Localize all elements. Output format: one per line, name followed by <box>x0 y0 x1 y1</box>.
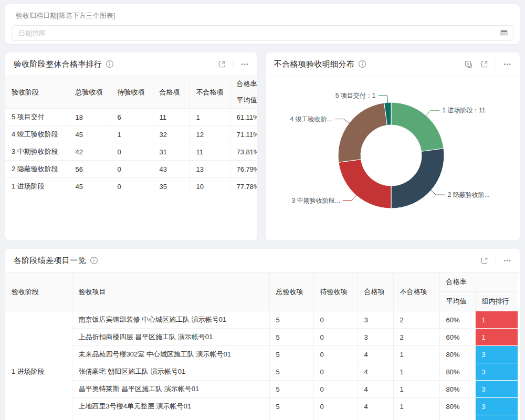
cell-pending: 0 <box>313 346 358 363</box>
cell-pass: 4 <box>358 381 393 398</box>
divider <box>496 257 496 264</box>
cell-rate-avg: 71.11% <box>230 126 257 143</box>
cell-fail: 10 <box>190 178 230 195</box>
cell-total: 56 <box>69 161 111 178</box>
cell-fail: 11 <box>190 143 230 161</box>
cell-project: 未来品苑四号楼302室 中心城区施工队 演示帐号01 <box>72 346 269 363</box>
ranking-table-wrap: 验收阶段 总验收项 待验收项 合格项 不合格项 合格率 平均值 5 项目交付18… <box>5 76 257 240</box>
table-row: 上地佳园五号楼五单元1109 张先生 演示帐号01504180%3 <box>5 415 518 420</box>
cell-pass: 4 <box>358 363 393 381</box>
date-range-field <box>12 25 513 41</box>
cell-pending: 0 <box>111 161 153 178</box>
cell-total: 5 <box>269 311 313 329</box>
table-row: 5 项目交付18611161.11% <box>5 109 257 126</box>
cell-stage: 4 竣工验收阶段 <box>5 126 69 143</box>
cell-total: 45 <box>69 178 111 195</box>
donut-slice[interactable] <box>339 160 391 208</box>
donut-label-line <box>379 96 388 103</box>
cell-fail: 2 <box>393 311 439 329</box>
more-icon[interactable] <box>240 60 249 68</box>
cell-pending: 0 <box>111 178 153 195</box>
ranking-table: 验收阶段 总验收项 待验收项 合格项 不合格项 合格率 平均值 5 项目交付18… <box>5 76 257 195</box>
cell-pending: 0 <box>313 363 358 381</box>
donut-slice[interactable] <box>391 102 444 151</box>
cell-fail: 1 <box>393 398 439 415</box>
col-header: 合格项 <box>153 76 190 109</box>
table-row: 4 竣工验收阶段451321271.11% <box>5 126 257 143</box>
calendar-icon[interactable] <box>500 29 508 37</box>
date-range-input[interactable] <box>12 25 513 41</box>
table-row: 昌平奥特莱斯 昌平区施工队 演示帐号01504180%3 <box>5 381 518 398</box>
col-subheader: 平均值 <box>439 292 475 311</box>
fail-distribution-card: 不合格项验收明细分布 <box>266 52 520 240</box>
rank-badge: 1 <box>475 311 518 329</box>
more-icon[interactable] <box>503 60 511 68</box>
cell-stage: 5 项目交付 <box>5 109 69 126</box>
cell-rate-avg: 80% <box>439 346 475 363</box>
donut-label-line <box>335 119 350 124</box>
cell-pass: 3 <box>358 311 393 329</box>
cell-pass: 4 <box>358 346 393 363</box>
table-row: 上地西里3号楼4单元整层 演示帐号01504180%3 <box>5 398 518 415</box>
cell-rate-avg: 80% <box>439 415 475 420</box>
cell-pending: 0 <box>313 398 358 415</box>
cell-rate-avg: 77.78% <box>230 178 257 195</box>
cell-fail: 2 <box>393 329 439 346</box>
expand-icon[interactable] <box>480 60 489 69</box>
filter-title: 验收归档日期[筛选下方三个图表] <box>12 9 513 25</box>
export-data-icon[interactable] <box>464 60 473 69</box>
cell-total: 5 <box>269 329 313 346</box>
cell-total: 5 <box>269 381 313 398</box>
info-circle-icon[interactable] <box>358 60 366 68</box>
cell-stage: 1 进场阶段 <box>5 178 69 195</box>
cell-pass: 43 <box>153 161 190 178</box>
table-row: 1 进场阶段南京饭店宾馆部装修 中心城区施工队 演示帐号01503260%1 <box>5 311 518 329</box>
cell-pass: 3 <box>358 329 393 346</box>
cell-project: 张倩豪宅 朝阳区施工队 演示帐号01 <box>72 363 269 381</box>
cell-pass: 35 <box>153 178 190 195</box>
col-subheader: 平均值 <box>230 92 257 109</box>
more-icon[interactable] <box>503 256 511 265</box>
cell-fail: 13 <box>190 161 230 178</box>
cell-project: 上地西里3号楼4单元整层 演示帐号01 <box>72 398 269 415</box>
cell-fail: 1 <box>393 415 439 420</box>
cell-rate-avg: 80% <box>439 363 475 381</box>
card-title: 各阶段绩差项目一览 <box>14 256 86 266</box>
cell-stage: 3 中期验收阶段 <box>5 143 69 161</box>
col-header: 合格项 <box>358 272 393 311</box>
cell-pending: 0 <box>313 381 358 398</box>
worst-projects-card: 各阶段绩差项目一览 <box>5 249 520 420</box>
cell-total: 45 <box>69 126 111 143</box>
cell-pending: 0 <box>111 143 153 161</box>
cell-pending: 0 <box>313 415 358 420</box>
col-header: 待验收项 <box>111 76 153 109</box>
donut-label: 5 项目交付：1 <box>335 92 376 99</box>
rank-badge: 3 <box>475 415 518 420</box>
cell-total: 5 <box>269 415 313 420</box>
col-header: 验收项目 <box>72 272 269 311</box>
expand-icon[interactable] <box>480 256 489 265</box>
donut-slice[interactable] <box>391 149 444 208</box>
info-circle-icon[interactable] <box>90 256 98 265</box>
cell-pass: 11 <box>153 109 190 126</box>
rank-badge: 1 <box>475 329 518 346</box>
cell-pending: 6 <box>111 109 153 126</box>
cell-total: 5 <box>269 398 313 415</box>
donut-label: 4 竣工验收阶... <box>290 116 332 123</box>
col-header: 验收阶段 <box>5 272 72 311</box>
donut-chart: 1 进场阶段：112 隐蔽验收阶...3 中期验收阶段...4 竣工验收阶...… <box>266 76 520 240</box>
info-circle-icon[interactable] <box>106 60 114 68</box>
cell-fail: 1 <box>393 363 439 381</box>
col-header: 不合格项 <box>190 76 230 109</box>
cell-rate-avg: 80% <box>439 381 475 398</box>
rank-badge: 3 <box>475 363 518 381</box>
table-row: 上品折扣商楼四层 昌平区施工队 演示帐号01503260%1 <box>5 329 518 346</box>
donut-slice[interactable] <box>338 103 387 162</box>
donut-label: 3 中期验收阶段... <box>292 197 340 204</box>
rank-badge: 3 <box>475 398 518 415</box>
expand-icon[interactable] <box>217 60 226 69</box>
rank-badge: 3 <box>475 381 518 398</box>
cell-rate-avg: 60% <box>439 329 475 346</box>
col-header: 总验收项 <box>69 76 111 109</box>
col-subheader: 组内排行 <box>475 292 518 311</box>
